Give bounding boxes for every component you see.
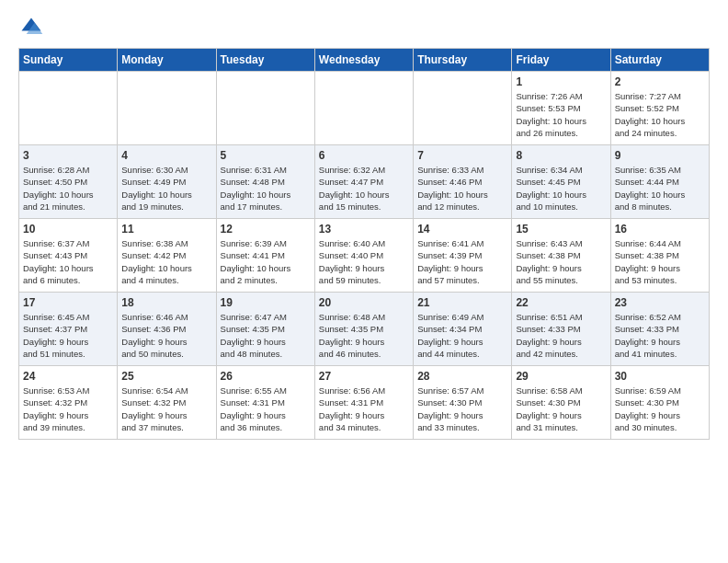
day-number: 12 <box>221 223 311 236</box>
calendar-cell: 28Sunrise: 6:57 AM Sunset: 4:30 PM Dayli… <box>414 366 512 440</box>
day-info: Sunrise: 6:44 AM Sunset: 4:38 PM Dayligh… <box>615 237 705 286</box>
day-info: Sunrise: 6:53 AM Sunset: 4:32 PM Dayligh… <box>23 385 113 433</box>
day-info: Sunrise: 6:32 AM Sunset: 4:47 PM Dayligh… <box>319 164 409 213</box>
calendar-cell: 12Sunrise: 6:39 AM Sunset: 4:41 PM Dayli… <box>216 219 314 293</box>
day-number: 22 <box>516 296 606 309</box>
calendar-cell: 4Sunrise: 6:30 AM Sunset: 4:49 PM Daylig… <box>118 145 216 219</box>
calendar-cell: 16Sunrise: 6:44 AM Sunset: 4:38 PM Dayli… <box>610 219 709 293</box>
calendar-cell: 17Sunrise: 6:45 AM Sunset: 4:37 PM Dayli… <box>19 293 118 366</box>
day-info: Sunrise: 6:31 AM Sunset: 4:48 PM Dayligh… <box>221 164 311 213</box>
calendar-cell: 30Sunrise: 6:59 AM Sunset: 4:30 PM Dayli… <box>610 366 709 440</box>
day-number: 21 <box>417 296 507 309</box>
day-number: 13 <box>319 223 409 236</box>
calendar-cell: 7Sunrise: 6:33 AM Sunset: 4:46 PM Daylig… <box>414 145 512 219</box>
weekday-header: Tuesday <box>216 49 314 72</box>
day-info: Sunrise: 7:26 AM Sunset: 5:53 PM Dayligh… <box>516 90 606 139</box>
calendar-cell: 24Sunrise: 6:53 AM Sunset: 4:32 PM Dayli… <box>19 366 118 440</box>
day-number: 29 <box>516 370 606 383</box>
calendar-cell: 26Sunrise: 6:55 AM Sunset: 4:31 PM Dayli… <box>216 366 314 440</box>
day-info: Sunrise: 6:59 AM Sunset: 4:30 PM Dayligh… <box>615 385 705 433</box>
calendar-cell: 25Sunrise: 6:54 AM Sunset: 4:32 PM Dayli… <box>118 366 216 440</box>
day-info: Sunrise: 6:58 AM Sunset: 4:30 PM Dayligh… <box>516 385 606 433</box>
day-number: 20 <box>319 296 409 309</box>
day-number: 6 <box>319 149 409 162</box>
day-number: 7 <box>417 149 507 162</box>
day-number: 30 <box>615 370 705 383</box>
calendar-cell <box>314 72 413 145</box>
day-number: 19 <box>221 296 311 309</box>
weekday-header: Wednesday <box>314 49 413 72</box>
day-info: Sunrise: 6:49 AM Sunset: 4:34 PM Dayligh… <box>417 311 507 360</box>
week-row: 3Sunrise: 6:28 AM Sunset: 4:50 PM Daylig… <box>19 145 710 219</box>
day-info: Sunrise: 7:27 AM Sunset: 5:52 PM Dayligh… <box>615 90 705 139</box>
calendar-cell: 10Sunrise: 6:37 AM Sunset: 4:43 PM Dayli… <box>19 219 118 293</box>
calendar-cell: 13Sunrise: 6:40 AM Sunset: 4:40 PM Dayli… <box>314 219 413 293</box>
weekday-header: Sunday <box>19 49 118 72</box>
day-info: Sunrise: 6:52 AM Sunset: 4:33 PM Dayligh… <box>615 311 705 360</box>
day-info: Sunrise: 6:41 AM Sunset: 4:39 PM Dayligh… <box>417 237 507 286</box>
day-number: 18 <box>121 296 211 309</box>
day-number: 17 <box>23 296 113 309</box>
day-number: 16 <box>615 223 705 236</box>
day-info: Sunrise: 6:30 AM Sunset: 4:49 PM Dayligh… <box>121 164 211 213</box>
day-info: Sunrise: 6:35 AM Sunset: 4:44 PM Dayligh… <box>615 164 705 213</box>
day-info: Sunrise: 6:28 AM Sunset: 4:50 PM Dayligh… <box>23 164 113 213</box>
day-number: 9 <box>615 149 705 162</box>
day-info: Sunrise: 6:38 AM Sunset: 4:42 PM Dayligh… <box>121 237 211 286</box>
day-info: Sunrise: 6:33 AM Sunset: 4:46 PM Dayligh… <box>417 164 507 213</box>
day-number: 27 <box>319 370 409 383</box>
day-number: 8 <box>516 149 606 162</box>
calendar-cell <box>19 72 118 145</box>
calendar-cell: 20Sunrise: 6:48 AM Sunset: 4:35 PM Dayli… <box>314 293 413 366</box>
calendar-cell: 18Sunrise: 6:46 AM Sunset: 4:36 PM Dayli… <box>118 293 216 366</box>
day-number: 11 <box>121 223 211 236</box>
calendar-cell: 11Sunrise: 6:38 AM Sunset: 4:42 PM Dayli… <box>118 219 216 293</box>
day-info: Sunrise: 6:57 AM Sunset: 4:30 PM Dayligh… <box>417 385 507 433</box>
day-info: Sunrise: 6:56 AM Sunset: 4:31 PM Dayligh… <box>319 385 409 433</box>
weekday-header: Thursday <box>414 49 512 72</box>
calendar-cell: 27Sunrise: 6:56 AM Sunset: 4:31 PM Dayli… <box>314 366 413 440</box>
calendar-table: SundayMondayTuesdayWednesdayThursdayFrid… <box>18 48 710 440</box>
week-row: 10Sunrise: 6:37 AM Sunset: 4:43 PM Dayli… <box>19 219 710 293</box>
weekday-header: Monday <box>118 49 216 72</box>
day-info: Sunrise: 6:34 AM Sunset: 4:45 PM Dayligh… <box>516 164 606 213</box>
week-row: 17Sunrise: 6:45 AM Sunset: 4:37 PM Dayli… <box>19 293 710 366</box>
calendar-cell <box>216 72 314 145</box>
calendar-cell: 8Sunrise: 6:34 AM Sunset: 4:45 PM Daylig… <box>512 145 610 219</box>
calendar-cell: 3Sunrise: 6:28 AM Sunset: 4:50 PM Daylig… <box>19 145 118 219</box>
day-number: 26 <box>221 370 311 383</box>
day-number: 2 <box>615 75 705 88</box>
day-number: 23 <box>615 296 705 309</box>
day-info: Sunrise: 6:46 AM Sunset: 4:36 PM Dayligh… <box>121 311 211 360</box>
day-number: 4 <box>121 149 211 162</box>
day-info: Sunrise: 6:47 AM Sunset: 4:35 PM Dayligh… <box>221 311 311 360</box>
calendar-cell: 29Sunrise: 6:58 AM Sunset: 4:30 PM Dayli… <box>512 366 610 440</box>
day-info: Sunrise: 6:45 AM Sunset: 4:37 PM Dayligh… <box>23 311 113 360</box>
calendar-cell: 5Sunrise: 6:31 AM Sunset: 4:48 PM Daylig… <box>216 145 314 219</box>
calendar-cell: 21Sunrise: 6:49 AM Sunset: 4:34 PM Dayli… <box>414 293 512 366</box>
day-number: 15 <box>516 223 606 236</box>
calendar-cell: 6Sunrise: 6:32 AM Sunset: 4:47 PM Daylig… <box>314 145 413 219</box>
header <box>18 15 710 40</box>
day-info: Sunrise: 6:43 AM Sunset: 4:38 PM Dayligh… <box>516 237 606 286</box>
calendar-cell <box>414 72 512 145</box>
logo <box>18 15 48 40</box>
logo-icon <box>18 15 44 40</box>
day-number: 3 <box>23 149 113 162</box>
calendar-cell: 23Sunrise: 6:52 AM Sunset: 4:33 PM Dayli… <box>610 293 709 366</box>
calendar-cell: 2Sunrise: 7:27 AM Sunset: 5:52 PM Daylig… <box>610 72 709 145</box>
day-info: Sunrise: 6:55 AM Sunset: 4:31 PM Dayligh… <box>221 385 311 433</box>
week-row: 24Sunrise: 6:53 AM Sunset: 4:32 PM Dayli… <box>19 366 710 440</box>
day-number: 24 <box>23 370 113 383</box>
day-info: Sunrise: 6:51 AM Sunset: 4:33 PM Dayligh… <box>516 311 606 360</box>
day-info: Sunrise: 6:37 AM Sunset: 4:43 PM Dayligh… <box>23 237 113 286</box>
calendar-cell: 1Sunrise: 7:26 AM Sunset: 5:53 PM Daylig… <box>512 72 610 145</box>
weekday-header: Saturday <box>610 49 709 72</box>
calendar-cell: 9Sunrise: 6:35 AM Sunset: 4:44 PM Daylig… <box>610 145 709 219</box>
calendar-cell: 15Sunrise: 6:43 AM Sunset: 4:38 PM Dayli… <box>512 219 610 293</box>
day-info: Sunrise: 6:54 AM Sunset: 4:32 PM Dayligh… <box>121 385 211 433</box>
day-number: 10 <box>23 223 113 236</box>
day-number: 25 <box>121 370 211 383</box>
calendar-cell <box>118 72 216 145</box>
weekday-header: Friday <box>512 49 610 72</box>
